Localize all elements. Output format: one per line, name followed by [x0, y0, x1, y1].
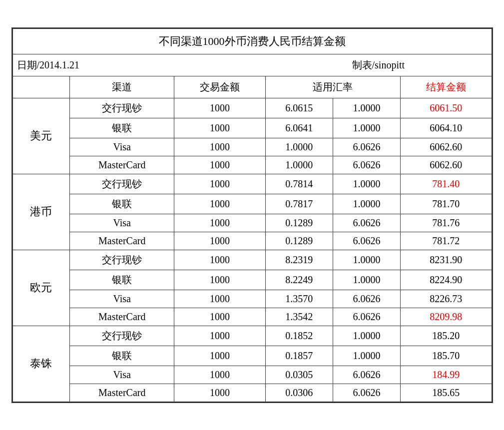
amount: 1000	[174, 270, 265, 290]
rate2: 6.0626	[333, 156, 400, 174]
rate1: 1.0000	[265, 156, 333, 174]
rate2: 1.0000	[333, 98, 400, 118]
maker-label: 制表/sinopitt	[265, 54, 492, 76]
channel: 银联	[70, 346, 174, 366]
currency-name: 美元	[12, 98, 70, 174]
rate2: 6.0626	[333, 138, 400, 156]
amount: 1000	[174, 250, 265, 270]
rate2: 1.0000	[333, 250, 400, 270]
settlement: 8209.98	[401, 308, 492, 326]
channel: MasterCard	[70, 308, 174, 326]
channel: Visa	[70, 290, 174, 308]
settlement: 185.65	[401, 384, 492, 402]
amount: 1000	[174, 194, 265, 214]
table-row: Visa10000.03056.0626184.99	[12, 366, 492, 384]
date-label: 日期/2014.1.21	[12, 54, 265, 76]
header-col3: 交易金额	[174, 76, 265, 98]
rate2: 6.0626	[333, 232, 400, 250]
rate1: 0.7817	[265, 194, 333, 214]
table-row: 欧元交行现钞10008.23191.00008231.90	[12, 250, 492, 270]
channel: Visa	[70, 214, 174, 232]
settlement: 6061.50	[401, 98, 492, 118]
table-row: MasterCard10000.12896.0626781.72	[12, 232, 492, 250]
rate2: 6.0626	[333, 290, 400, 308]
rate1: 0.1857	[265, 346, 333, 366]
rate2: 1.0000	[333, 118, 400, 138]
table-row: Visa10001.35706.06268226.73	[12, 290, 492, 308]
table-row: Visa10000.12896.0626781.76	[12, 214, 492, 232]
rate1: 1.0000	[265, 138, 333, 156]
settlement: 8224.90	[401, 270, 492, 290]
settlement: 781.40	[401, 174, 492, 194]
rate1: 0.0306	[265, 384, 333, 402]
amount: 1000	[174, 118, 265, 138]
channel: MasterCard	[70, 384, 174, 402]
rate2: 6.0626	[333, 308, 400, 326]
table-row: 美元交行现钞10006.06151.00006061.50	[12, 98, 492, 118]
table-row: 泰铢交行现钞10000.18521.0000185.20	[12, 326, 492, 346]
settlement: 184.99	[401, 366, 492, 384]
amount: 1000	[174, 156, 265, 174]
rate2: 6.0626	[333, 366, 400, 384]
amount: 1000	[174, 138, 265, 156]
settlement: 781.76	[401, 214, 492, 232]
table-row: 银联10000.18571.0000185.70	[12, 346, 492, 366]
channel: 交行现钞	[70, 98, 174, 118]
settlement: 781.70	[401, 194, 492, 214]
settlement: 8226.73	[401, 290, 492, 308]
settlement: 6062.60	[401, 138, 492, 156]
channel: 交行现钞	[70, 250, 174, 270]
channel: 银联	[70, 270, 174, 290]
amount: 1000	[174, 308, 265, 326]
rate1: 6.0641	[265, 118, 333, 138]
table-row: MasterCard10001.00006.06266062.60	[12, 156, 492, 174]
rate2: 1.0000	[333, 194, 400, 214]
table-row: MasterCard10000.03066.0626185.65	[12, 384, 492, 402]
rate1: 0.1852	[265, 326, 333, 346]
table-row: 港币交行现钞10000.78141.0000781.40	[12, 174, 492, 194]
channel: 交行现钞	[70, 326, 174, 346]
main-title: 不同渠道1000外币消费人民币结算金额	[12, 28, 492, 54]
rate1: 0.7814	[265, 174, 333, 194]
table-row: 银联10008.22491.00008224.90	[12, 270, 492, 290]
amount: 1000	[174, 346, 265, 366]
currency-name: 欧元	[12, 250, 70, 326]
header-col2: 渠道	[70, 76, 174, 98]
header-col1	[12, 76, 70, 98]
amount: 1000	[174, 366, 265, 384]
amount: 1000	[174, 174, 265, 194]
rate1: 6.0615	[265, 98, 333, 118]
table-row: 银联10006.06411.00006064.10	[12, 118, 492, 138]
rate2: 1.0000	[333, 346, 400, 366]
table-row: 银联10000.78171.0000781.70	[12, 194, 492, 214]
channel: 交行现钞	[70, 174, 174, 194]
settlement: 8231.90	[401, 250, 492, 270]
rate2: 6.0626	[333, 214, 400, 232]
channel: MasterCard	[70, 232, 174, 250]
amount: 1000	[174, 384, 265, 402]
settlement: 185.70	[401, 346, 492, 366]
settlement: 6062.60	[401, 156, 492, 174]
rate1: 0.1289	[265, 232, 333, 250]
channel: 银联	[70, 194, 174, 214]
rate1: 8.2249	[265, 270, 333, 290]
settlement: 185.20	[401, 326, 492, 346]
channel: 银联	[70, 118, 174, 138]
header-col5: 结算金额	[401, 76, 492, 98]
rate2: 1.0000	[333, 270, 400, 290]
rate1: 1.3570	[265, 290, 333, 308]
amount: 1000	[174, 232, 265, 250]
rate1: 0.1289	[265, 214, 333, 232]
amount: 1000	[174, 290, 265, 308]
settlement: 6064.10	[401, 118, 492, 138]
rate2: 1.0000	[333, 326, 400, 346]
rate1: 1.3542	[265, 308, 333, 326]
header-col4: 适用汇率	[265, 76, 401, 98]
table-row: Visa10001.00006.06266062.60	[12, 138, 492, 156]
amount: 1000	[174, 326, 265, 346]
title-row: 不同渠道1000外币消费人民币结算金额	[12, 28, 492, 54]
amount: 1000	[174, 98, 265, 118]
currency-name: 泰铢	[12, 326, 70, 402]
rate2: 1.0000	[333, 174, 400, 194]
rate1: 8.2319	[265, 250, 333, 270]
